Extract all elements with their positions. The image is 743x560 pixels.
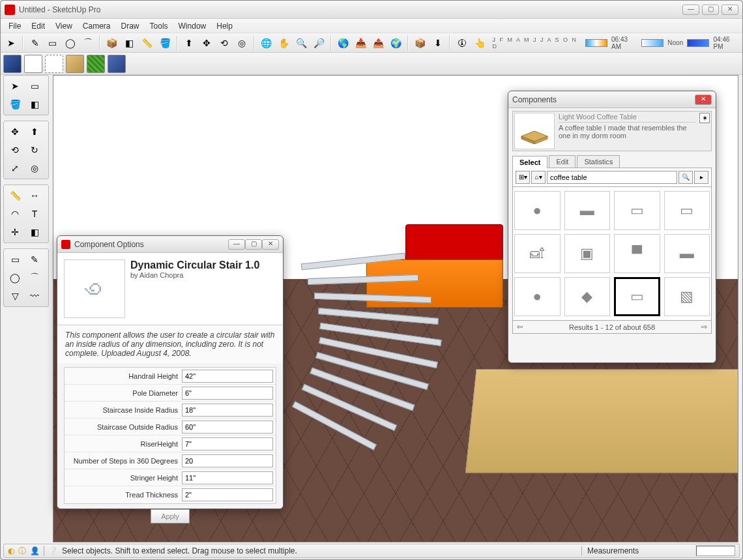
pan-tool-icon[interactable]: ✋	[276, 35, 291, 51]
pushpull-icon[interactable]: ⬆	[25, 123, 44, 140]
help-icon[interactable]: ❔	[48, 546, 58, 555]
pushpull-tool-icon[interactable]: ⬆	[182, 35, 197, 51]
freehand-icon[interactable]: 〰	[25, 287, 44, 304]
protractor-icon[interactable]: ◠	[6, 205, 24, 222]
paint-icon[interactable]: 🪣	[6, 96, 24, 113]
style-xray-icon[interactable]	[3, 55, 22, 73]
component-tool-icon[interactable]: 📦	[104, 35, 119, 51]
style-mono-icon[interactable]	[108, 55, 126, 73]
menu-view[interactable]: View	[50, 20, 78, 32]
zoom-tool-icon[interactable]: 🔍	[294, 35, 309, 51]
offset-icon[interactable]: ◎	[25, 160, 44, 177]
menu-draw[interactable]: Draw	[116, 20, 145, 32]
view-mode-button[interactable]: ⊞▾	[516, 171, 530, 184]
circle-tool-icon[interactable]: ◯	[63, 35, 78, 51]
tab-statistics[interactable]: Statistics	[577, 155, 620, 168]
component-grid-item[interactable]: ◆	[564, 277, 611, 316]
dialog-close-button[interactable]: ✕	[262, 239, 279, 250]
style-shaded-icon[interactable]	[66, 55, 84, 73]
menu-tools[interactable]: Tools	[145, 20, 173, 32]
menu-help[interactable]: Help	[211, 20, 238, 32]
expand-info-button[interactable]: ✶	[699, 113, 710, 123]
style-textured-icon[interactable]	[87, 55, 105, 73]
component-grid-item[interactable]: 🛋	[514, 234, 561, 273]
eraser-icon[interactable]: ◧	[25, 96, 44, 113]
measurements-input[interactable]	[696, 546, 735, 556]
time-gradient-early[interactable]	[585, 39, 607, 47]
geolocation-icon[interactable]: 🌎	[336, 35, 351, 51]
field-input[interactable]	[182, 404, 273, 417]
rotate-tool-icon[interactable]: ⟲	[217, 35, 232, 51]
field-input[interactable]	[182, 387, 273, 400]
dynamic-interact-icon[interactable]: 👆	[473, 35, 488, 51]
share-model-icon[interactable]: ⬇	[430, 35, 445, 51]
line-icon[interactable]: ✎	[25, 251, 44, 268]
tab-edit[interactable]: Edit	[549, 155, 575, 168]
component-grid-item[interactable]: ▀	[614, 234, 660, 273]
minimize-button[interactable]: —	[682, 5, 699, 15]
style-wireframe-icon[interactable]	[24, 55, 42, 73]
field-input[interactable]	[182, 471, 273, 484]
component-grid-item[interactable]: ▧	[664, 277, 710, 316]
close-button[interactable]: ✕	[721, 5, 738, 15]
tape-tool-icon[interactable]: 📏	[139, 35, 154, 51]
month-strip[interactable]: J F M A M J J A S O N D	[493, 37, 581, 50]
line-tool-icon[interactable]: ✎	[27, 35, 42, 51]
component-grid-item[interactable]: ●	[514, 277, 561, 316]
circle-icon[interactable]: ◯	[6, 269, 24, 286]
move-icon[interactable]: ✥	[6, 123, 24, 140]
component-grid-item[interactable]: ▭	[614, 191, 660, 230]
tab-select[interactable]: Select	[512, 156, 547, 168]
time-gradient-late[interactable]	[687, 39, 709, 47]
arc-tool-icon[interactable]: ⌒	[80, 35, 95, 51]
component-grid-item[interactable]: ▬	[664, 234, 710, 273]
section-icon[interactable]: ◧	[25, 224, 44, 241]
text-icon[interactable]: T	[25, 205, 44, 222]
component-grid-item[interactable]: ▣	[564, 234, 611, 273]
warehouse-icon[interactable]: 🌍	[388, 35, 403, 51]
menu-file[interactable]: File	[3, 20, 26, 32]
next-page-button[interactable]: ⇨	[701, 323, 707, 331]
rectangle-icon[interactable]: ▭	[6, 251, 24, 268]
offset-tool-icon[interactable]: ◎	[235, 35, 250, 51]
navigate-button[interactable]: ⌂▾	[531, 171, 546, 184]
details-button[interactable]: ▸	[694, 171, 708, 184]
field-input[interactable]	[182, 437, 273, 450]
menu-edit[interactable]: Edit	[26, 20, 50, 32]
paint-tool-icon[interactable]: 🪣	[158, 35, 173, 51]
dialog-maximize-button[interactable]: ▢	[245, 239, 262, 250]
search-input[interactable]	[547, 171, 677, 184]
components-close-button[interactable]: ✕	[695, 95, 712, 105]
warehouse-share-icon[interactable]: 📤	[371, 35, 386, 51]
apply-button[interactable]: Apply	[151, 509, 190, 523]
component-grid-item[interactable]: ▭	[664, 191, 710, 230]
followme-icon[interactable]: ↻	[25, 141, 44, 158]
rectangle-tool-icon[interactable]: ▭	[45, 35, 60, 51]
field-input[interactable]	[182, 420, 273, 434]
menu-camera[interactable]: Camera	[78, 20, 116, 32]
maximize-button[interactable]: ▢	[702, 5, 719, 15]
select-tool-icon[interactable]: ➤	[3, 35, 18, 51]
status-icon-2[interactable]: ⓘ	[18, 546, 26, 557]
field-input[interactable]	[182, 370, 273, 383]
components-titlebar[interactable]: Components ✕	[508, 91, 716, 108]
tape-icon[interactable]: 📏	[6, 187, 24, 204]
dynamic-options-icon[interactable]: 🛈	[454, 35, 469, 51]
axes-icon[interactable]: ✛	[6, 224, 24, 241]
dialog-minimize-button[interactable]: —	[228, 239, 245, 250]
orbit-tool-icon[interactable]: 🌐	[259, 35, 274, 51]
dialog-titlebar[interactable]: Component Options — ▢ ✕	[57, 236, 283, 253]
zoom-extents-icon[interactable]: 🔎	[312, 35, 327, 51]
component-grid-item[interactable]: ●	[514, 191, 561, 230]
field-input[interactable]	[182, 454, 273, 467]
time-gradient-mid[interactable]	[641, 39, 663, 47]
search-button[interactable]: 🔍	[678, 171, 693, 184]
scale-icon[interactable]: ⤢	[6, 160, 24, 177]
dimension-icon[interactable]: ↔	[25, 187, 44, 204]
warehouse-get-icon[interactable]: 📥	[353, 35, 368, 51]
status-icon-1[interactable]: ◐	[8, 546, 14, 555]
arc-icon[interactable]: ⌒	[25, 269, 44, 286]
prev-page-button[interactable]: ⇦	[517, 323, 523, 331]
menu-window[interactable]: Window	[173, 20, 212, 32]
rotate-icon[interactable]: ⟲	[6, 141, 24, 158]
